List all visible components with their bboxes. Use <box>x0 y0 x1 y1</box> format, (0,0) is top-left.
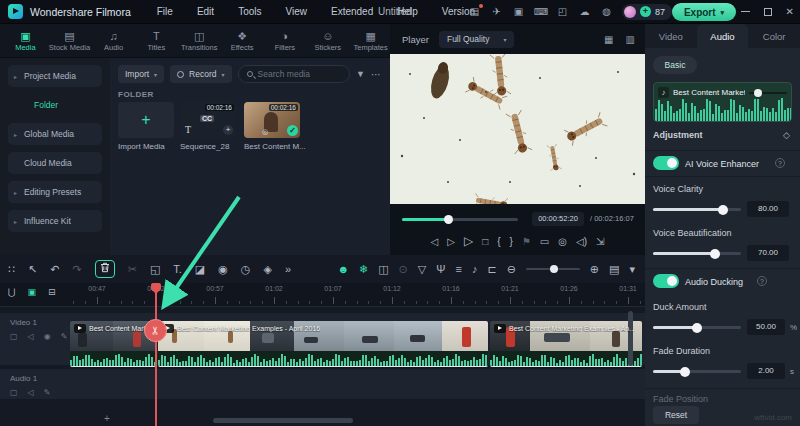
sidebar-item-global-media[interactable]: ▸Global Media <box>8 123 102 145</box>
avatar[interactable] <box>624 6 636 18</box>
tab-titles[interactable]: TTitles <box>137 30 176 52</box>
snap-icon[interactable]: ⋃ <box>8 287 15 297</box>
tab-video[interactable]: Video <box>645 24 697 48</box>
split-screen-icon[interactable]: ▦ <box>604 34 613 45</box>
select-tool-icon[interactable]: ↖ <box>28 263 37 276</box>
video-clip-tile[interactable]: 00:02:16 ◎ ✓ <box>244 102 300 138</box>
auto-ripple-icon[interactable]: ▣ <box>27 287 36 297</box>
audio-ducking-toggle[interactable] <box>653 274 679 288</box>
playhead[interactable]: ✂ <box>155 283 157 426</box>
speed-icon[interactable]: ◷ <box>241 263 251 276</box>
split-scissors-icon[interactable]: ✂ <box>128 263 137 276</box>
track-pen-icon[interactable]: ✎ <box>61 332 68 341</box>
share-icon[interactable]: ✈ <box>490 6 503 17</box>
filter-icon[interactable]: ▼ <box>356 69 365 79</box>
tab-audio[interactable]: ♫Audio <box>94 30 133 52</box>
sidebar-item-project-media[interactable]: ▸Project Media <box>8 65 102 87</box>
menu-edit[interactable]: Edit <box>197 6 214 17</box>
sidebar-item-influence-kit[interactable]: ▸Influence Kit <box>8 210 102 232</box>
tab-stock-media[interactable]: ▤Stock Media <box>49 30 90 52</box>
chroma-key-icon[interactable]: ◈ <box>263 263 271 276</box>
menu-file[interactable]: File <box>157 6 173 17</box>
ai-effect-icon[interactable]: ❄ <box>359 263 368 276</box>
cut-scissors-marker[interactable]: ✂ <box>144 319 167 342</box>
sidebar-item-cloud-media[interactable]: Cloud Media <box>8 152 102 174</box>
tab-stickers[interactable]: ☺Stickers <box>308 30 347 52</box>
sidebar-item-folder[interactable]: Folder <box>8 94 102 116</box>
timeline-clip[interactable]: Best Content Marketing Examples - April … <box>158 321 488 367</box>
render-preview-icon[interactable]: ⊙ <box>399 263 408 276</box>
notifications-icon[interactable]: ◍ <box>600 6 613 17</box>
voiceover-mic-icon[interactable]: Ψ <box>436 263 445 275</box>
track-pen-icon[interactable]: ✎ <box>44 388 51 397</box>
close-button[interactable]: ✕ <box>786 7 794 17</box>
fullscreen-icon[interactable]: ⇲ <box>596 236 604 247</box>
voice-beautification-value[interactable]: 70.00 <box>747 245 789 261</box>
search-input[interactable]: Search media <box>238 65 351 83</box>
track-mute-icon[interactable]: ◁ <box>28 332 34 341</box>
save-project-icon[interactable]: ▣ <box>512 6 525 17</box>
text-tool-icon[interactable]: T. <box>173 263 182 275</box>
toolbox-icon[interactable]: ∷ <box>8 263 15 276</box>
track-height-icon[interactable]: ▤ <box>609 263 619 276</box>
seek-knob[interactable] <box>444 215 453 224</box>
menu-tools[interactable]: Tools <box>238 6 261 17</box>
account-pill[interactable]: + 87 <box>622 4 672 20</box>
fade-duration-value[interactable]: 2.00 <box>747 363 785 379</box>
reset-button[interactable]: Reset <box>653 406 699 424</box>
ai-voice-enhancer-toggle[interactable] <box>653 156 679 170</box>
menu-extended[interactable]: Extended <box>331 6 373 17</box>
bracket-icon[interactable]: ⊏ <box>487 263 496 276</box>
track-hide-icon[interactable]: ◉ <box>44 332 51 341</box>
zoom-out-icon[interactable]: ⊖ <box>507 263 516 276</box>
timeline-clip[interactable]: Best Content Marketi... <box>70 321 156 367</box>
duck-amount-value[interactable]: 50.00 <box>747 319 785 335</box>
shield-icon[interactable]: ▽ <box>418 263 426 276</box>
playhead-handle[interactable] <box>151 283 161 291</box>
voice-beautification-slider[interactable] <box>653 252 741 255</box>
clip-volume-slider[interactable] <box>749 92 787 94</box>
restore-button[interactable] <box>764 8 772 16</box>
tab-color[interactable]: Color <box>748 24 800 48</box>
tab-effects[interactable]: ❖Effects <box>223 30 262 52</box>
caret-down-icon[interactable]: ▾ <box>629 263 635 276</box>
sidebar-item-editing-presets[interactable]: ▸Editing Presets <box>8 181 102 203</box>
sequence-tile[interactable]: 00:02:16 T CC + <box>180 102 236 138</box>
stop-icon[interactable]: □ <box>482 236 488 247</box>
next-frame-icon[interactable]: ▷ <box>447 236 455 247</box>
add-track-icon[interactable]: + <box>104 413 110 424</box>
track-manager-icon[interactable]: ⊟ <box>48 287 56 297</box>
camera-snapshot-icon[interactable]: ◫ <box>378 263 388 276</box>
tab-audio[interactable]: Audio <box>697 24 749 48</box>
frame-export-icon[interactable]: ◰ <box>556 6 569 17</box>
import-media-tile[interactable]: + <box>118 102 174 138</box>
cloud-upload-icon[interactable]: ☁ <box>578 6 591 17</box>
timeline-clip[interactable]: Best Content Marketing Examples - Ap... <box>490 321 642 367</box>
basic-tab[interactable]: Basic <box>653 56 697 74</box>
more-icon[interactable]: ⋯ <box>371 69 382 80</box>
voice-clarity-value[interactable]: 80.00 <box>747 201 789 217</box>
duck-amount-slider[interactable] <box>653 326 741 329</box>
horizontal-scrollbar[interactable] <box>213 418 353 423</box>
display-mode-icon[interactable]: ▭ <box>540 236 549 247</box>
help-icon[interactable]: ? <box>775 158 785 168</box>
device-icon[interactable]: ⌨ <box>534 6 547 17</box>
gift-icon[interactable]: ▤ <box>468 6 481 17</box>
mask-icon[interactable]: ◪ <box>195 263 205 276</box>
crop-icon[interactable]: ◱ <box>150 263 160 276</box>
add-to-timeline-icon[interactable]: + <box>223 125 233 135</box>
voice-clarity-slider[interactable] <box>653 208 741 211</box>
timeline-ruler[interactable]: ⋃▣⊟ 00:4700:5200:5701:0201:0701:1201:160… <box>0 283 645 307</box>
track-lock-icon[interactable]: ▢ <box>10 388 18 397</box>
tab-templates[interactable]: ▦Templates <box>351 30 390 52</box>
redo-icon[interactable]: ↷ <box>72 263 81 276</box>
marker-icon[interactable]: ⚑ <box>522 236 531 247</box>
play-icon[interactable]: ▷ <box>464 234 473 248</box>
previous-frame-icon[interactable]: ◁ <box>431 236 439 247</box>
zoom-in-icon[interactable]: ⊕ <box>590 263 599 276</box>
audio-clip-icon[interactable]: ♪ <box>472 263 478 275</box>
help-icon[interactable]: ? <box>757 276 767 286</box>
record-dropdown[interactable]: Record ▾ <box>170 65 231 83</box>
mark-out-icon[interactable]: } <box>510 236 513 247</box>
audio-clip-card[interactable]: ♪ Best Content Market... <box>653 82 792 122</box>
